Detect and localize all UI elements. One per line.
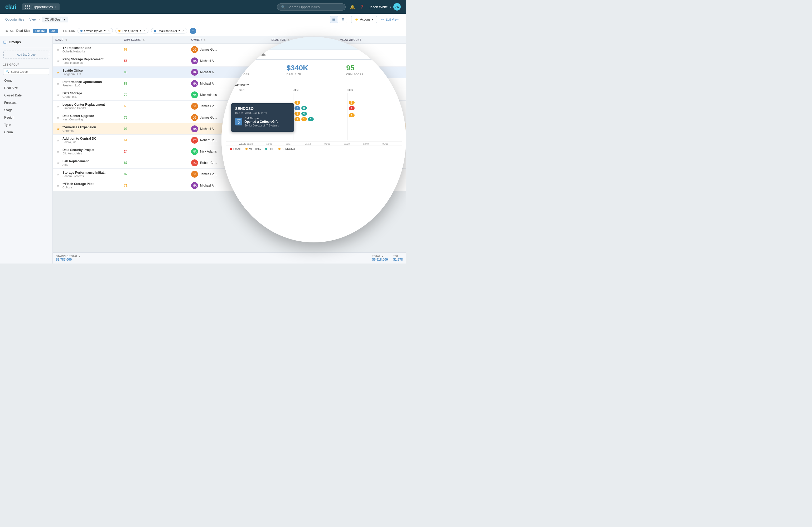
cell-owner: JG James Go...: [188, 44, 269, 55]
week-12-24: 12/24: [247, 142, 266, 145]
breadcrumb-current-view[interactable]: CQ All Open ▾: [42, 17, 69, 23]
filter-chip3-close[interactable]: ✕: [182, 29, 184, 32]
owner-name: Nick Adams: [200, 93, 217, 97]
global-search[interactable]: 🔍 Search Opportunities: [277, 3, 346, 11]
legend-email-label: EMAIL: [233, 148, 241, 150]
owner-badge: MA: [191, 57, 198, 64]
stat-deal-size: $340K DEAL SIZE: [287, 64, 341, 76]
sidebar-search-icon: 🔍: [5, 70, 9, 73]
star-button[interactable]: ★: [55, 161, 61, 165]
opp-name: Data Center Upgrade: [62, 114, 94, 118]
sidebar-item-stage[interactable]: Stage: [0, 106, 53, 114]
star-button[interactable]: ★: [55, 184, 61, 188]
filter-chip1-close[interactable]: ✕: [108, 29, 110, 32]
opp-name: Storage Performance Initiat...: [62, 171, 106, 174]
cell-name: ★ Performance Optimization Freeform LLC: [53, 78, 121, 89]
jan-badge: JAN 2: [235, 118, 242, 126]
sidebar-item-forecast[interactable]: Forecast: [0, 99, 53, 106]
breadcrumb-root[interactable]: Opportunities: [5, 18, 24, 21]
opp-name: Legacy Center Replacement: [62, 103, 105, 106]
cell-name: ★ Seattle Office Longhorn LLC: [53, 67, 121, 78]
avatar: JW: [393, 3, 401, 11]
sidebar-item-region[interactable]: Region: [0, 114, 53, 121]
legend-sendoso-dot: [278, 148, 280, 150]
star-button[interactable]: ★: [55, 93, 61, 97]
tooltip-role: Senior Director of IT Systems: [244, 124, 279, 127]
star-button[interactable]: ★: [55, 138, 61, 142]
owner-badge: NA: [191, 91, 198, 98]
view-toggle: ☰ ⊞: [330, 16, 347, 23]
sidebar-groups-icon: ⊡: [3, 40, 6, 45]
opp-name: **Americas Expansion: [62, 126, 96, 129]
star-button[interactable]: ★: [55, 149, 61, 153]
cell-name: ★ Storage Performance Initiat... Sonora …: [53, 169, 121, 180]
activity-pill: 1: [294, 101, 300, 105]
filter-chip2-close[interactable]: ✕: [143, 29, 146, 32]
owner-name: Robert Co...: [200, 138, 217, 142]
cell-name: ★ Pang Storage Replacement Pang Industri…: [53, 55, 121, 67]
star-button[interactable]: ★: [55, 172, 61, 176]
owner-badge: RC: [191, 137, 198, 144]
sidebar-item-owner[interactable]: Owner: [0, 77, 53, 84]
breadcrumb-view[interactable]: View: [29, 18, 37, 21]
owner-badge: JG: [191, 46, 198, 53]
sidebar-item-deal-size[interactable]: Deal Size: [0, 84, 53, 92]
cell-name: ★ Lab Replacement Agio: [53, 157, 121, 169]
grid-view-btn[interactable]: ⊞: [339, 16, 347, 23]
app-switcher[interactable]: Opportunities ▾: [22, 3, 59, 10]
tooltip-action: Opened a Coffee eGift: [244, 120, 279, 123]
sidebar-title: Groups: [9, 40, 21, 44]
star-button[interactable]: ★: [55, 70, 61, 74]
notifications-bell-icon[interactable]: 🔔: [350, 4, 355, 10]
star-button[interactable]: ★: [55, 115, 61, 120]
search-placeholder: Search Opportunities: [287, 5, 320, 9]
cell-crm: 24: [121, 146, 188, 157]
filter-owned-by-me[interactable]: Owned By Me ▾ ✕: [77, 28, 113, 33]
add-group-button[interactable]: Add 1st Group: [3, 50, 49, 58]
footer-total-value: $6,918,000: [372, 258, 388, 261]
star-button[interactable]: ★: [55, 59, 61, 63]
filter-this-quarter[interactable]: This Quarter ▾ ✕: [115, 28, 148, 33]
chart-legend: EMAIL MEETING FILE SENDOSO: [226, 145, 402, 152]
activity-pill: 3: [349, 101, 354, 105]
actions-chevron-icon: ▾: [372, 18, 374, 21]
breadcrumb-bar: Opportunities › View › CQ All Open ▾ ☰ ⊞…: [0, 14, 406, 25]
opp-company: Sonora Systems: [62, 174, 106, 178]
add-filter-button[interactable]: +: [190, 28, 196, 34]
owner-badge: MA: [191, 182, 198, 189]
sidebar-search[interactable]: 🔍: [3, 68, 49, 75]
footer-tot-value: $1,978: [393, 258, 403, 261]
cell-crm: 71: [121, 180, 188, 191]
legend-meeting-label: MEETING: [249, 148, 261, 150]
user-chevron-icon: ▾: [390, 5, 391, 9]
opp-name: Seattle Office: [62, 69, 83, 72]
star-button[interactable]: ★: [55, 104, 61, 108]
activity-pill: 8: [301, 106, 307, 110]
user-menu[interactable]: Jason White ▾ JW: [369, 3, 401, 11]
owner-name: Robert Co...: [200, 161, 217, 165]
sidebar-item-closed-date[interactable]: Closed Date: [0, 92, 53, 99]
col-crm: CRM SCORE ⇅: [121, 36, 188, 44]
sidebar-search-input[interactable]: [11, 70, 47, 73]
cell-crm: 93: [121, 123, 188, 135]
activity-pill: 1: [294, 117, 300, 121]
sidebar-item-type[interactable]: Type: [0, 121, 53, 129]
star-button[interactable]: ★: [55, 47, 61, 52]
star-button[interactable]: ★: [55, 82, 61, 86]
edit-icon: ✏: [381, 18, 384, 21]
legend-meeting: MEETING: [245, 148, 261, 150]
filter-deal-status[interactable]: Deal Status (2) ▾ ✕: [151, 28, 187, 33]
actions-button[interactable]: ⚡ Actions ▾: [351, 16, 377, 23]
crm-score-value: 93: [124, 127, 127, 131]
cell-name: ★ Addition to Central DC Bolero, Inc.: [53, 135, 121, 146]
count-badge: 302: [49, 29, 58, 33]
cell-crm: 65: [121, 101, 188, 112]
list-view-btn[interactable]: ☰: [330, 16, 338, 23]
help-icon[interactable]: ❓: [359, 4, 365, 10]
table-footer: STARRED TOTAL ▲ $2,787,000 TOTAL ▲ $6,91…: [53, 252, 406, 263]
sidebar-item-churn[interactable]: Churn: [0, 129, 53, 136]
cell-crm: 67: [121, 44, 188, 55]
tooltip-person: Cal Thorpe: [244, 117, 279, 120]
star-button[interactable]: ★: [55, 127, 61, 131]
edit-view-button[interactable]: ✏ Edit View: [379, 16, 401, 23]
